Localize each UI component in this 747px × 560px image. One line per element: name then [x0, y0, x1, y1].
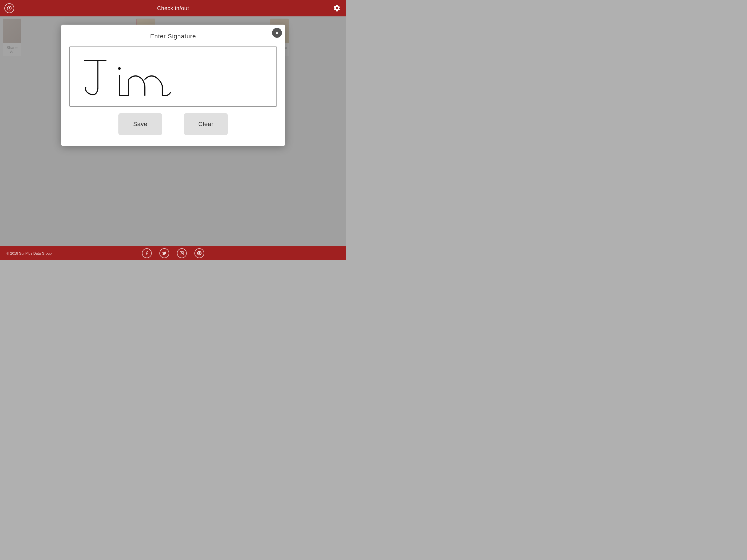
modal-buttons: Save Clear	[69, 113, 277, 135]
clear-button[interactable]: Clear	[184, 113, 228, 135]
settings-button[interactable]	[332, 3, 342, 13]
footer: © 2018 SunPlus Data Group	[0, 246, 346, 260]
save-button[interactable]: Save	[119, 113, 162, 135]
pinterest-icon[interactable]	[195, 248, 204, 258]
svg-point-0	[7, 6, 11, 10]
instagram-icon[interactable]	[177, 248, 187, 258]
page-title: Check in/out	[157, 5, 189, 11]
modal-title: Enter Signature	[69, 33, 277, 40]
twitter-icon[interactable]	[159, 248, 169, 258]
svg-rect-2	[180, 251, 183, 255]
close-button[interactable]: ×	[272, 28, 282, 38]
svg-point-1	[118, 67, 121, 70]
back-button[interactable]	[4, 3, 14, 13]
facebook-icon[interactable]	[142, 248, 152, 258]
signature-modal: × Enter Signature	[61, 25, 285, 146]
signature-canvas[interactable]	[69, 47, 277, 107]
signature-drawing	[70, 47, 277, 106]
header: Check in/out	[0, 0, 346, 17]
modal-overlay: × Enter Signature	[0, 17, 346, 246]
social-icons	[0, 248, 346, 258]
